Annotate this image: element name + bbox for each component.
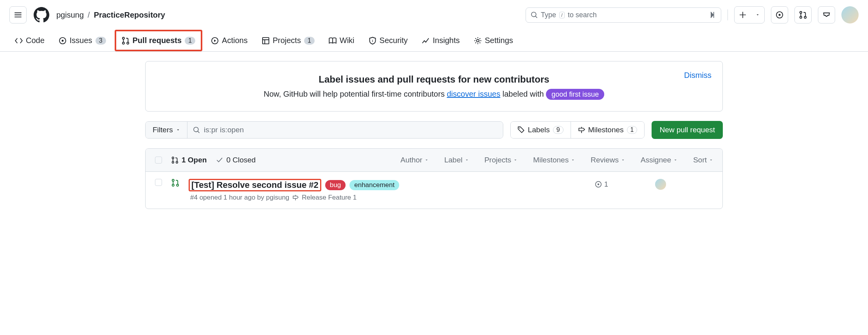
issue-opened-icon [595, 181, 602, 188]
label-filter[interactable]: Label [444, 156, 469, 164]
svg-point-1 [779, 14, 781, 16]
github-logo[interactable] [33, 6, 50, 23]
svg-point-8 [122, 42, 124, 44]
nav-pr-count: 1 [185, 37, 195, 45]
nav-wiki-label: Wiki [340, 36, 355, 45]
svg-point-4 [804, 16, 806, 18]
svg-point-21 [176, 184, 178, 186]
nav-wiki[interactable]: Wiki [323, 31, 360, 50]
issue-opened-icon [776, 11, 783, 19]
pr-row[interactable]: [Test] Resolve second issue #2 bug enhan… [146, 172, 722, 209]
git-pull-request-icon [171, 157, 178, 164]
git-pull-request-icon [799, 11, 807, 19]
nav-settings-label: Settings [485, 36, 513, 45]
issue-opened-icon [59, 37, 67, 45]
github-icon [34, 7, 49, 23]
labels-button[interactable]: Labels 9 [511, 122, 571, 138]
table-icon [262, 37, 270, 45]
owner-link[interactable]: pgisung [56, 11, 84, 20]
milestones-button[interactable]: Milestones 1 [571, 122, 645, 138]
caret-down-icon [709, 158, 713, 162]
nav-settings[interactable]: Settings [468, 31, 519, 50]
label-bug[interactable]: bug [325, 180, 346, 190]
open-tab[interactable]: 1 Open [171, 156, 207, 164]
caret-down-icon [756, 13, 760, 17]
search-icon [531, 11, 538, 18]
assignee-filter[interactable]: Assignee [641, 156, 677, 164]
nav-actions[interactable]: Actions [205, 31, 253, 50]
user-avatar[interactable] [841, 6, 859, 23]
pr-milestone[interactable]: Release Feature 1 [302, 194, 357, 202]
nav-security[interactable]: Security [363, 31, 413, 50]
play-icon [211, 37, 219, 45]
filters-label: Filters [153, 126, 173, 134]
nav-code[interactable]: Code [9, 31, 50, 50]
hamburger-menu-button[interactable] [9, 6, 27, 23]
row-checkbox[interactable] [155, 179, 162, 186]
assignee-avatar[interactable] [655, 179, 666, 190]
milestone-icon [292, 195, 299, 201]
plus-icon [739, 11, 746, 18]
pr-search-input[interactable] [204, 126, 497, 134]
svg-point-9 [127, 42, 129, 44]
inbox-icon [823, 11, 830, 19]
author-filter[interactable]: Author [400, 156, 429, 164]
banner-text: Now, GitHub will help potential first-ti… [161, 90, 707, 99]
nav-issues-label: Issues [70, 36, 92, 45]
open-label: 1 Open [182, 156, 207, 164]
pr-search-wrapper[interactable] [187, 122, 503, 138]
pull-requests-button[interactable] [794, 6, 812, 23]
milestones-filter[interactable]: Milestones [533, 156, 575, 164]
nav-issues[interactable]: Issues 3 [53, 31, 112, 50]
svg-point-14 [477, 39, 479, 41]
nav-insights[interactable]: Insights [416, 31, 465, 50]
command-palette-icon [708, 11, 716, 19]
book-icon [329, 37, 337, 45]
milestones-count: 1 [627, 126, 637, 134]
nav-actions-label: Actions [222, 36, 248, 45]
nav-projects[interactable]: Projects 1 [256, 31, 320, 50]
pr-title[interactable]: [Test] Resolve second issue #2 [189, 179, 321, 191]
nav-pull-requests[interactable]: Pull requests 1 [116, 31, 201, 50]
hamburger-icon [14, 11, 22, 19]
caret-down-icon [425, 158, 429, 162]
check-icon [216, 157, 223, 164]
svg-point-17 [172, 161, 174, 163]
labels-label: Labels [528, 126, 550, 134]
caret-down-icon [621, 158, 625, 162]
closed-tab[interactable]: 0 Closed [216, 156, 256, 164]
sort-filter[interactable]: Sort [693, 156, 713, 164]
svg-point-18 [176, 161, 178, 163]
nav-pr-label: Pull requests [133, 36, 182, 45]
create-new-dropdown[interactable] [734, 6, 765, 23]
milestone-icon [578, 126, 585, 133]
issues-button[interactable] [771, 6, 788, 23]
caret-down-icon [571, 158, 575, 162]
good-first-issue-pill: good first issue [546, 89, 604, 100]
new-pull-request-button[interactable]: New pull request [652, 121, 723, 139]
notifications-button[interactable] [818, 6, 835, 23]
filters-dropdown[interactable]: Filters [146, 122, 187, 138]
search-kbd: / [559, 12, 565, 18]
tag-icon [518, 126, 525, 133]
svg-point-2 [800, 11, 802, 13]
label-enhancement[interactable]: enhancement [349, 180, 399, 190]
search-input[interactable]: Type / to search [526, 7, 721, 23]
nav-insights-label: Insights [433, 36, 460, 45]
linked-issues[interactable]: 1 [595, 180, 608, 189]
svg-point-19 [172, 179, 174, 181]
closed-label: 0 Closed [226, 156, 256, 164]
repo-nav: Code Issues 3 Pull requests 1 Actions Pr… [0, 30, 868, 52]
caret-down-icon [176, 128, 180, 132]
svg-point-7 [122, 37, 124, 39]
projects-filter[interactable]: Projects [484, 156, 518, 164]
select-all-checkbox[interactable] [155, 157, 162, 164]
caret-down-icon [513, 158, 517, 162]
dismiss-link[interactable]: Dismiss [684, 71, 711, 80]
pr-meta: #4 opened 1 hour ago by pgisung [190, 194, 289, 202]
repo-link[interactable]: PracticeRepository [94, 11, 165, 20]
discover-issues-link[interactable]: discover issues [447, 90, 501, 98]
banner-title: Label issues and pull requests for new c… [161, 74, 707, 85]
reviews-filter[interactable]: Reviews [591, 156, 625, 164]
svg-point-23 [598, 184, 600, 186]
